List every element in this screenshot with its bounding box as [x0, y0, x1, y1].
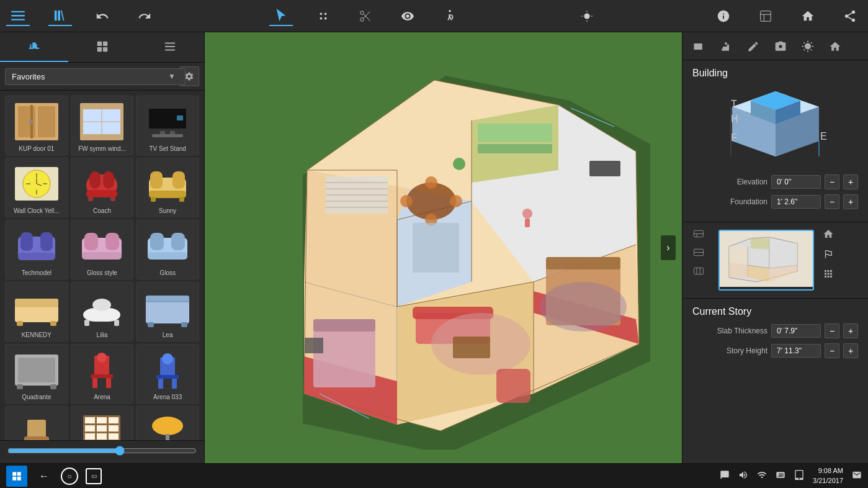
view-3d-icon[interactable]	[823, 228, 834, 242]
svg-rect-2	[11, 19, 25, 20]
menu-button[interactable]	[6, 6, 30, 26]
home-toolbar-button[interactable]	[796, 7, 820, 25]
slab-minus-button[interactable]: −	[825, 323, 839, 338]
story-height-plus-button[interactable]: +	[843, 343, 858, 358]
zoom-slider[interactable]	[7, 446, 197, 456]
item-quadrante[interactable]: Quadrante	[5, 344, 68, 404]
svg-marker-203	[729, 246, 748, 265]
eye-button[interactable]	[396, 7, 419, 25]
chat-icon[interactable]	[720, 470, 730, 482]
svg-rect-28	[165, 50, 176, 51]
view-flat-icon[interactable]	[823, 268, 834, 282]
item-coach[interactable]: Coach	[71, 158, 134, 217]
svg-rect-54	[103, 171, 114, 189]
svg-rect-116	[109, 433, 119, 440]
foundation-plus-button[interactable]: +	[843, 194, 858, 209]
floor-plan-thumbnail[interactable]	[718, 230, 814, 291]
item-fw-window[interactable]: FW symm wind...	[71, 96, 134, 155]
svg-rect-76	[15, 305, 58, 322]
item-gloss[interactable]: Gloss	[136, 220, 199, 279]
view-icon-3[interactable]	[690, 264, 707, 279]
cursor-button[interactable]	[269, 6, 293, 26]
item-label: TV Set Stand	[139, 145, 196, 152]
svg-rect-75	[148, 252, 187, 260]
story-height-input[interactable]	[771, 344, 821, 358]
expand-panel-button[interactable]: ›	[661, 235, 676, 260]
notifications-icon[interactable]	[852, 470, 862, 482]
redo-button[interactable]	[133, 7, 156, 25]
foundation-input[interactable]	[771, 195, 821, 209]
materials-tab[interactable]	[68, 32, 136, 62]
apps-button[interactable]: ▭	[86, 468, 102, 484]
item-kup-door[interactable]: KUP door 01	[5, 96, 68, 155]
right-tab-paint[interactable]	[742, 35, 764, 60]
item-label: FW symm wind...	[74, 145, 131, 152]
right-tab-home[interactable]	[824, 35, 846, 60]
view-icon-1[interactable]	[690, 227, 707, 242]
item-bookcase[interactable]	[71, 406, 134, 440]
item-thumb	[77, 410, 127, 440]
story-height-minus-button[interactable]: −	[825, 343, 839, 358]
share-button[interactable]	[838, 7, 862, 25]
slab-input[interactable]	[771, 324, 821, 338]
item-gloss-style[interactable]: Gloss style	[71, 220, 134, 279]
view-2d-icon[interactable]	[823, 248, 834, 262]
item-label: Quadrante	[8, 394, 65, 400]
item-arena[interactable]: Arena	[71, 344, 134, 404]
slab-plus-button[interactable]: +	[843, 323, 858, 338]
svg-text:F: F	[731, 132, 737, 143]
item-lilia[interactable]: Lilia	[71, 282, 134, 341]
list-tab[interactable]	[136, 32, 204, 62]
item-arena033[interactable]: Arena 033	[136, 344, 199, 404]
center-canvas[interactable]: ›	[205, 32, 682, 463]
network-icon[interactable]	[757, 470, 767, 482]
export-button[interactable]	[754, 7, 777, 25]
svg-point-5	[320, 12, 323, 15]
right-tab-sun[interactable]	[797, 35, 819, 60]
svg-rect-96	[106, 378, 111, 388]
floor-plan-area[interactable]	[205, 32, 682, 463]
scissors-button[interactable]	[354, 7, 377, 25]
svg-text:E: E	[820, 131, 827, 142]
elevation-row: Elevation − +	[692, 174, 858, 189]
undo-button[interactable]	[91, 7, 114, 25]
item-kennedy[interactable]: KENNEDY	[5, 282, 68, 341]
item-label: Gloss style	[74, 269, 131, 276]
item-tv-stand[interactable]: TV Set Stand	[136, 96, 199, 155]
view-angle-icons	[823, 225, 834, 282]
elevation-minus-button[interactable]: −	[825, 174, 839, 189]
item-wall-clock[interactable]: Wall Clock Yell...	[5, 158, 68, 217]
svg-rect-23	[102, 42, 107, 46]
elevation-input[interactable]	[771, 175, 821, 189]
item-lamp[interactable]	[136, 406, 199, 440]
svg-rect-167	[413, 223, 459, 273]
library-button[interactable]	[48, 6, 72, 26]
svg-rect-86	[148, 322, 154, 327]
back-button[interactable]: ←	[35, 467, 53, 486]
item-label: KUP door 01	[8, 145, 65, 152]
furniture-tab[interactable]	[0, 32, 68, 62]
item-lea[interactable]: Lea	[136, 282, 199, 341]
start-button[interactable]	[6, 466, 27, 487]
sun-button[interactable]	[575, 7, 599, 25]
right-tab-tools[interactable]	[687, 35, 710, 60]
layout-button[interactable]	[311, 7, 335, 25]
item-label: Wall Clock Yell...	[8, 207, 65, 214]
walk-button[interactable]	[438, 7, 462, 25]
item-techmodel[interactable]: Techmodel	[5, 220, 68, 279]
foundation-minus-button[interactable]: −	[825, 194, 839, 209]
right-tab-camera[interactable]	[769, 35, 792, 60]
info-button[interactable]	[712, 7, 735, 25]
keyboard-icon[interactable]	[776, 470, 785, 482]
svg-rect-22	[97, 42, 101, 46]
tablet-icon[interactable]	[794, 470, 804, 482]
item-chair2[interactable]	[5, 406, 68, 440]
home-button[interactable]: ○	[61, 468, 78, 485]
item-sunny[interactable]: Sunny	[136, 158, 199, 217]
volume-icon[interactable]	[738, 470, 748, 482]
elevation-plus-button[interactable]: +	[843, 174, 858, 189]
item-label: KENNEDY	[8, 332, 65, 338]
view-icon-2[interactable]	[690, 246, 707, 261]
right-tab-stamp[interactable]	[715, 35, 737, 60]
favorites-dropdown[interactable]: Favorites	[5, 68, 186, 85]
